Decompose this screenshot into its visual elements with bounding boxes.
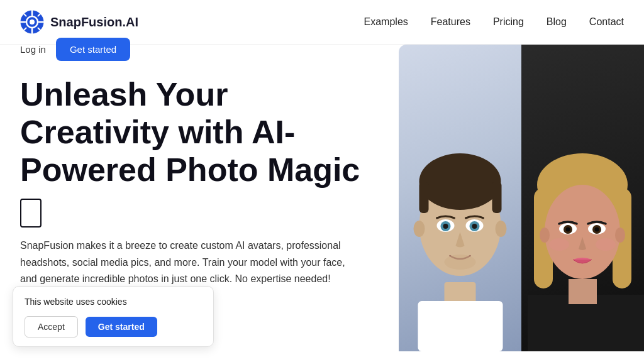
svg-point-42 <box>596 238 616 251</box>
svg-point-25 <box>444 255 475 270</box>
cookie-actions: Accept Get started <box>25 316 202 337</box>
svg-point-34 <box>615 228 625 243</box>
svg-point-32 <box>545 185 620 279</box>
nav-examples[interactable]: Examples <box>364 16 408 28</box>
hero-icon-box <box>20 199 42 228</box>
svg-point-24 <box>472 224 477 229</box>
logo-area: SnapFusion.AI <box>20 10 138 34</box>
photo-composite <box>399 45 644 351</box>
hero-title: Unleash Your Creativity with AI-Powered … <box>20 76 364 189</box>
svg-rect-12 <box>418 301 502 351</box>
nav-contact[interactable]: Contact <box>589 16 624 28</box>
svg-rect-16 <box>492 182 501 213</box>
svg-point-14 <box>419 153 501 210</box>
nav-features[interactable]: Features <box>431 16 470 28</box>
nav-pricing[interactable]: Pricing <box>493 16 524 28</box>
main-nav: Examples Features Pricing Blog Contact <box>364 16 624 28</box>
logo-icon <box>20 10 44 34</box>
svg-point-39 <box>566 228 570 232</box>
svg-rect-27 <box>569 279 597 304</box>
male-face-illustration <box>399 100 521 351</box>
logo-text: SnapFusion.AI <box>50 15 138 30</box>
svg-point-18 <box>495 221 506 237</box>
svg-rect-15 <box>419 182 428 213</box>
hero-description: SnapFusion makes it a breeze to create c… <box>20 238 364 287</box>
svg-point-23 <box>443 224 448 229</box>
get-started-cookie-button[interactable]: Get started <box>86 317 157 337</box>
svg-point-40 <box>595 228 599 232</box>
accept-cookies-button[interactable]: Accept <box>25 316 78 337</box>
cookie-message-line1: This website uses cookies <box>25 297 127 307</box>
cookie-banner: This website uses cookies Accept Get sta… <box>13 286 214 347</box>
svg-point-41 <box>549 238 569 251</box>
hero-image-panel <box>399 45 644 351</box>
nav-blog[interactable]: Blog <box>547 16 567 28</box>
svg-point-33 <box>540 228 550 243</box>
cookie-text: This website uses cookies <box>25 295 202 309</box>
svg-point-17 <box>413 221 425 237</box>
photo-male <box>399 45 521 351</box>
svg-point-2 <box>30 19 35 25</box>
female-face-illustration <box>521 100 644 351</box>
photo-female <box>521 45 644 351</box>
